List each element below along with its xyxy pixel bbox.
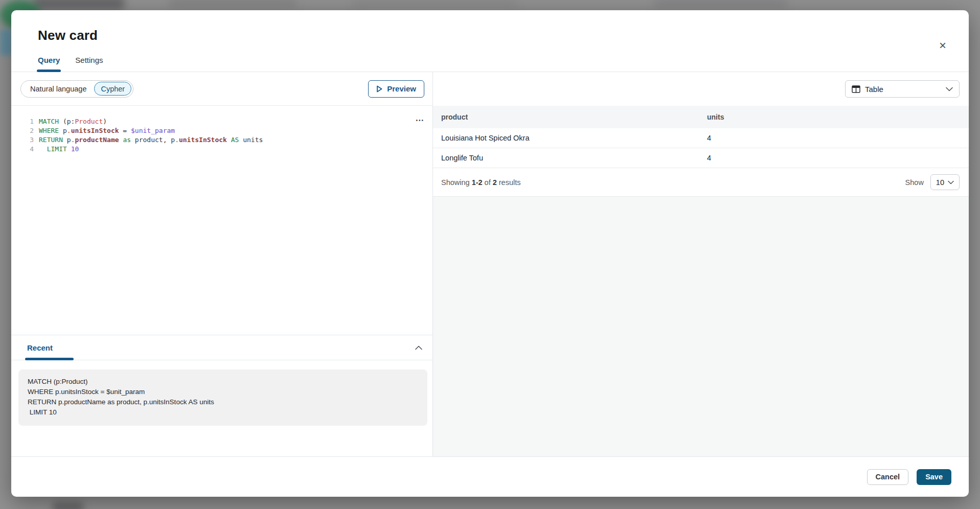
show-label: Show: [905, 178, 924, 187]
results-panel: Table product units Louisiana Hot Spiced…: [433, 72, 969, 456]
save-button[interactable]: Save: [917, 469, 951, 485]
query-editor-panel: Natural language Cypher Preview 1MATCH (…: [11, 72, 433, 456]
cypher-code-editor[interactable]: 1MATCH (p:Product)2WHERE p.unitsInStock …: [11, 106, 432, 335]
new-card-dialog: New card × Query Settings Natural langua…: [11, 10, 969, 497]
active-tab-underline: [37, 70, 61, 72]
recent-tab: Recent: [27, 335, 53, 360]
code-line: 4 LIMIT 10: [19, 145, 432, 154]
tab-settings[interactable]: Settings: [74, 56, 104, 72]
cell-units: 4: [707, 134, 961, 142]
dialog-header: New card ×: [11, 10, 969, 43]
close-icon[interactable]: ×: [936, 39, 949, 52]
results-count-text: Showing1-2of2results: [441, 178, 520, 187]
cell-product: Longlife Tofu: [441, 154, 707, 162]
table-icon: [852, 85, 860, 93]
background-topbar-blob: [654, 0, 787, 8]
dialog-title: New card: [38, 28, 969, 43]
background-sidebar-blob: [0, 30, 12, 55]
preview-button[interactable]: Preview: [368, 80, 424, 98]
results-body: Louisiana Hot Spiced Okra4Longlife Tofu4: [433, 128, 969, 168]
page-size-value: 10: [936, 178, 944, 187]
recent-underline: [25, 358, 74, 360]
results-toolbar: Table: [433, 72, 969, 106]
dialog-body: Natural language Cypher Preview 1MATCH (…: [11, 72, 969, 456]
chevron-up-icon[interactable]: [415, 345, 422, 350]
cell-units: 4: [707, 154, 961, 162]
recent-query-text: MATCH (p:Product)WHERE p.unitsInStock = …: [28, 377, 419, 418]
page-size-dropdown[interactable]: 10: [930, 174, 960, 190]
results-pagination: Showing1-2of2results Show 10: [433, 168, 969, 197]
code-line: 3RETURN p.productName as product, p.unit…: [19, 135, 432, 145]
code-line: 1MATCH (p:Product): [19, 117, 432, 126]
code-line: 2WHERE p.unitsInStock = $unit_param: [19, 126, 432, 135]
editor-toolbar: Natural language Cypher Preview: [11, 72, 432, 106]
query-language-toggle: Natural language Cypher: [20, 80, 133, 98]
background-topbar-blob: [353, 0, 516, 8]
recent-query-line: WHERE p.unitsInStock = $unit_param: [28, 387, 419, 397]
background-topbar-blob: [33, 0, 125, 10]
editor-options-icon[interactable]: •••: [416, 118, 424, 123]
cancel-button[interactable]: Cancel: [867, 469, 909, 485]
dialog-tabs: Query Settings: [11, 56, 969, 72]
recent-query-line: LIMIT 10: [28, 407, 419, 418]
recent-query-item[interactable]: MATCH (p:Product)WHERE p.unitsInStock = …: [18, 369, 427, 426]
results-empty-area: [433, 197, 969, 456]
recent-query-line: MATCH (p:Product): [28, 377, 419, 387]
table-row[interactable]: Longlife Tofu4: [433, 148, 969, 168]
view-type-dropdown[interactable]: Table: [845, 80, 960, 98]
cell-product: Louisiana Hot Spiced Okra: [441, 134, 707, 142]
recent-query-list: MATCH (p:Product)WHERE p.unitsInStock = …: [11, 360, 432, 456]
recent-section-header[interactable]: Recent: [11, 335, 432, 360]
play-icon: [376, 85, 382, 92]
background-bottom-blob: [52, 502, 84, 509]
column-header-units: units: [707, 113, 961, 121]
toggle-natural-language[interactable]: Natural language: [22, 82, 94, 96]
dialog-footer: Cancel Save: [11, 456, 969, 497]
table-row[interactable]: Louisiana Hot Spiced Okra4: [433, 128, 969, 148]
tab-query[interactable]: Query: [37, 56, 61, 72]
results-table-header: product units: [433, 106, 969, 128]
recent-query-line: RETURN p.productName as product, p.units…: [28, 397, 419, 407]
column-header-product: product: [441, 113, 707, 121]
chevron-down-icon: [946, 87, 953, 91]
chevron-down-icon: [948, 180, 954, 184]
view-type-value: Table: [865, 85, 883, 94]
background-topbar-blob: [169, 0, 297, 8]
recent-label: Recent: [27, 343, 53, 352]
code-lines: 1MATCH (p:Product)2WHERE p.unitsInStock …: [19, 117, 432, 154]
toggle-cypher[interactable]: Cypher: [94, 82, 131, 96]
